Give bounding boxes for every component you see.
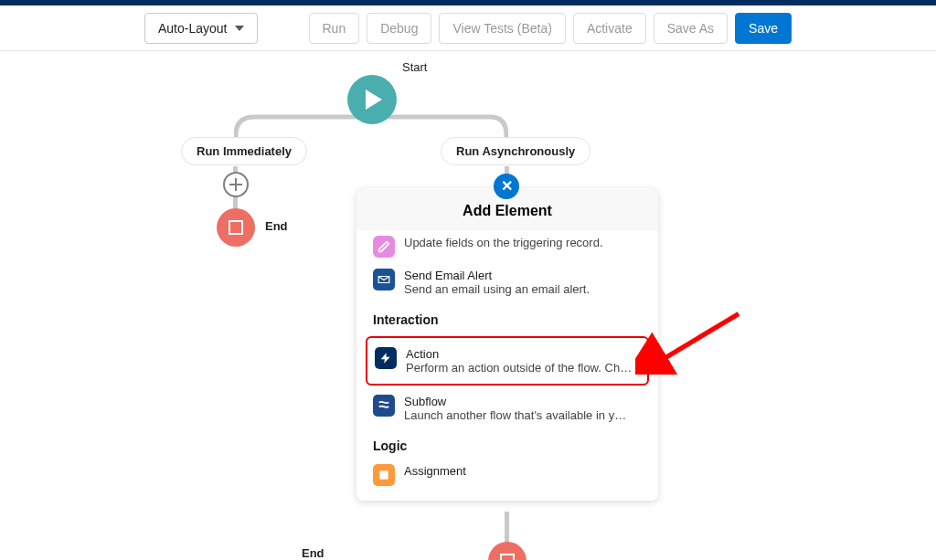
element-desc: Launch another flow that's available in … (404, 408, 642, 422)
update-record-icon (373, 236, 395, 258)
end-node-left[interactable] (217, 208, 255, 247)
element-label: Subflow (404, 395, 642, 408)
view-tests-button[interactable]: View Tests (Beta) (439, 13, 565, 44)
activate-button[interactable]: Activate (573, 13, 646, 44)
close-panel-button[interactable]: ✕ (494, 174, 519, 199)
assignment-icon (373, 464, 395, 486)
chevron-down-icon (235, 26, 244, 31)
element-desc: Send an email using an email alert. (404, 282, 642, 296)
play-icon (366, 90, 382, 110)
section-interaction: Interaction (366, 301, 649, 333)
add-element-panel: Add Element Update fields on the trigger… (356, 188, 658, 501)
path-run-immediately[interactable]: Run Immediately (181, 137, 307, 165)
end-label-left: End (265, 219, 288, 233)
close-icon: ✕ (501, 179, 513, 194)
element-label: Send Email Alert (404, 269, 642, 282)
email-icon (373, 269, 395, 291)
start-caption: Start (402, 60, 427, 74)
element-send-email-alert[interactable]: Send Email Alert Send an email using an … (366, 263, 649, 301)
end-node-right[interactable] (488, 542, 526, 560)
path-run-asynchronously[interactable]: Run Asynchronously (441, 137, 590, 165)
element-subflow[interactable]: Subflow Launch another flow that's avail… (366, 389, 649, 428)
element-label: Assignment (404, 464, 642, 478)
panel-body: Update fields on the triggering record. … (356, 230, 658, 501)
save-button[interactable]: Save (735, 13, 792, 44)
start-node[interactable] (347, 75, 397, 124)
debug-button[interactable]: Debug (367, 13, 431, 44)
stop-icon (229, 220, 243, 235)
run-button[interactable]: Run (309, 13, 360, 44)
layout-mode-dropdown[interactable]: Auto-Layout (144, 13, 258, 44)
end-label-right: End (302, 546, 324, 560)
flow-toolbar: Auto-Layout Run Debug View Tests (Beta) … (0, 5, 936, 51)
add-element-left[interactable] (223, 172, 249, 197)
element-desc: Update fields on the triggering record. (404, 236, 642, 249)
element-assignment[interactable]: Assignment (366, 459, 649, 491)
subflow-icon (373, 395, 395, 417)
save-as-button[interactable]: Save As (654, 13, 728, 44)
element-action[interactable]: Action Perform an action outside of the … (366, 336, 649, 386)
element-desc: Perform an action outside of the flow. C… (406, 361, 640, 375)
svg-rect-0 (379, 470, 388, 479)
section-logic: Logic (366, 428, 649, 459)
action-icon (375, 347, 397, 369)
element-label: Action (406, 347, 640, 361)
element-update-record[interactable]: Update fields on the triggering record. (366, 230, 649, 263)
stop-icon (500, 554, 515, 560)
layout-mode-label: Auto-Layout (158, 21, 228, 36)
